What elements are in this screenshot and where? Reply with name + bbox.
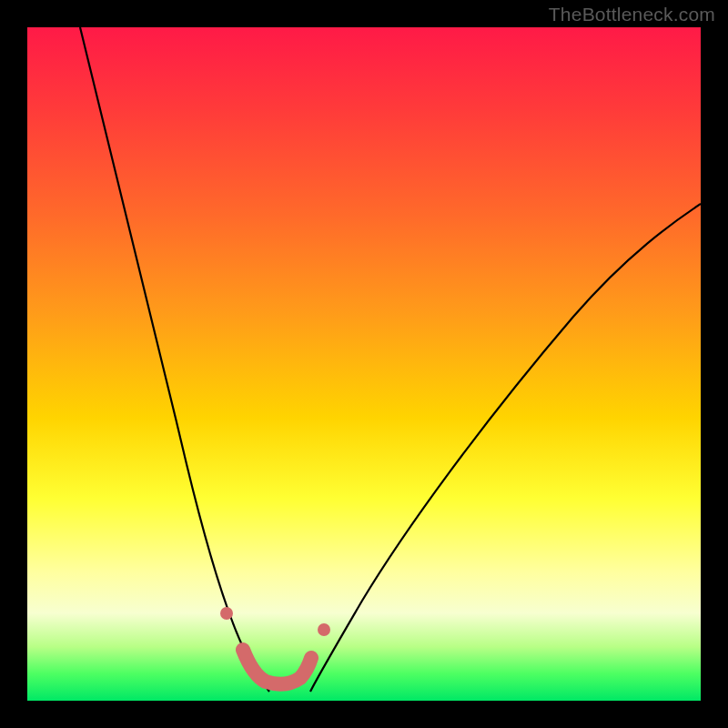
right-curve	[310, 204, 701, 692]
plot-area	[27, 27, 701, 701]
marker-dot-right	[318, 623, 330, 636]
watermark-text: TheBottleneck.com	[549, 4, 715, 25]
chart-frame: TheBottleneck.com	[0, 0, 728, 728]
marker-dot-left	[220, 607, 233, 620]
left-curve	[80, 27, 269, 692]
curve-svg	[27, 27, 701, 701]
marker-path	[243, 650, 311, 684]
